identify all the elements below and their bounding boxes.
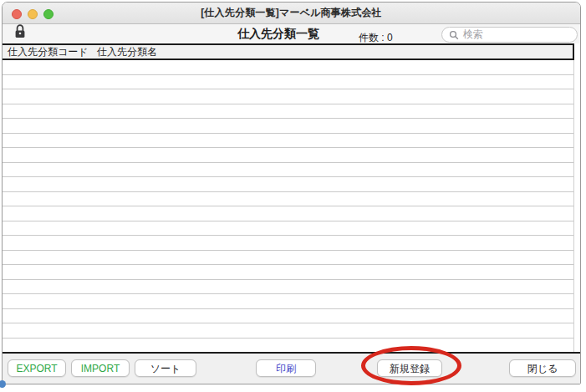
- blue-dot-artifact: [0, 380, 6, 388]
- table-row[interactable]: [3, 280, 573, 295]
- table-row[interactable]: [3, 119, 573, 134]
- table-row[interactable]: [3, 163, 573, 178]
- table-row[interactable]: [3, 89, 573, 104]
- window-title: [仕入先分類一覧]マーベル商事株式会社: [201, 6, 382, 20]
- table-row[interactable]: [3, 236, 573, 251]
- table-row[interactable]: [3, 177, 573, 192]
- search-input[interactable]: 検索: [441, 27, 578, 43]
- app-window: [仕入先分類一覧]マーベル商事株式会社 仕入先分類一覧 件数 : 0: [2, 2, 581, 384]
- table-body[interactable]: [3, 60, 574, 354]
- record-count-label: 件数 :: [359, 32, 385, 43]
- screenshot-stage: [仕入先分類一覧]マーベル商事株式会社 仕入先分類一覧 件数 : 0: [0, 0, 586, 392]
- close-window-button[interactable]: [12, 9, 22, 19]
- zoom-window-button[interactable]: [43, 9, 54, 19]
- new-entry-button[interactable]: 新規登録: [377, 359, 442, 377]
- toolbar: 仕入先分類一覧 件数 : 0 検索: [3, 24, 580, 43]
- table-row[interactable]: [3, 148, 573, 163]
- print-button[interactable]: 印刷: [256, 359, 316, 377]
- table-row[interactable]: [3, 339, 573, 354]
- footer-bar: EXPORT IMPORT ソート 印刷 新規登録 閉じる: [3, 352, 580, 384]
- lock-icon: [13, 23, 27, 44]
- table-row[interactable]: [3, 251, 573, 266]
- table-row[interactable]: [3, 134, 573, 149]
- import-button[interactable]: IMPORT: [71, 359, 130, 377]
- table-row[interactable]: [3, 265, 573, 280]
- search-placeholder: 検索: [463, 28, 483, 42]
- close-button[interactable]: 閉じる: [509, 359, 576, 377]
- table-row[interactable]: [3, 60, 573, 75]
- sort-button[interactable]: ソート: [135, 359, 196, 377]
- column-header-name[interactable]: 仕入先分類名: [97, 45, 157, 59]
- table-header: 仕入先分類コード 仕入先分類名: [3, 43, 574, 60]
- table-row[interactable]: [3, 309, 573, 324]
- table-row[interactable]: [3, 75, 573, 90]
- page-title: 仕入先分類一覧: [210, 27, 347, 42]
- title-bar: [仕入先分類一覧]マーベル商事株式会社: [3, 3, 580, 24]
- table-row[interactable]: [3, 294, 573, 309]
- table-row[interactable]: [3, 104, 573, 120]
- minimize-window-button[interactable]: [28, 9, 38, 19]
- table-row[interactable]: [3, 192, 573, 207]
- export-button[interactable]: EXPORT: [8, 359, 66, 377]
- column-header-code[interactable]: 仕入先分類コード: [8, 45, 96, 59]
- table-row[interactable]: [3, 206, 573, 221]
- search-icon: [449, 30, 459, 40]
- traffic-lights: [12, 9, 54, 19]
- table-row[interactable]: [3, 323, 573, 339]
- record-count-value: 0: [387, 32, 393, 43]
- table-row[interactable]: [3, 221, 573, 237]
